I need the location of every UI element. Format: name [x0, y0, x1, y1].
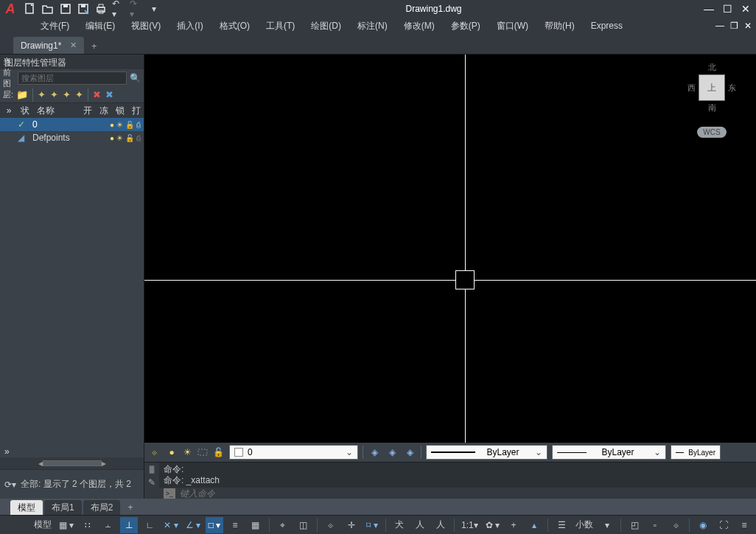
menu-view[interactable]: 视图(V): [131, 20, 161, 32]
menu-window[interactable]: 窗口(W): [497, 20, 528, 32]
layer-row[interactable]: ✓ 0 ● ☀ 🔓 ⎙: [0, 118, 144, 131]
undo-icon[interactable]: ↶ ▾: [112, 2, 125, 15]
status-trans-icon[interactable]: ▦: [247, 517, 265, 533]
bulb-icon[interactable]: ●: [110, 121, 114, 129]
drawing-canvas[interactable]: 北 西 上 东 南 WCS: [144, 55, 756, 443]
status-lwt-icon[interactable]: ≡: [226, 517, 244, 533]
layer-sun-icon[interactable]: ☀: [181, 446, 194, 459]
status-walk2-icon[interactable]: 人: [411, 517, 429, 533]
layer-search-input[interactable]: [18, 71, 127, 85]
status-osnap-icon[interactable]: □ ▾: [206, 517, 223, 533]
bulb-icon[interactable]: ●: [110, 134, 114, 142]
menu-draw[interactable]: 绘图(D): [311, 20, 341, 32]
layer-prev-icon[interactable]: ◈: [403, 446, 416, 459]
layer-tool-icon[interactable]: ✦: [63, 89, 71, 100]
status-target-icon[interactable]: ⌖: [274, 517, 292, 533]
minimize-button[interactable]: —: [704, 3, 714, 15]
viewcube-south[interactable]: 南: [708, 102, 716, 113]
col-state[interactable]: 状: [21, 105, 31, 117]
layout-tab-1[interactable]: 布局1: [44, 500, 82, 515]
status-snap-icon[interactable]: ∷: [79, 517, 97, 533]
viewcube[interactable]: 北 西 上 东 南 WCS: [675, 62, 749, 150]
col-freeze[interactable]: 冻: [99, 105, 110, 117]
footer-icon[interactable]: ⟳▾: [4, 479, 16, 490]
col-name[interactable]: 名称: [37, 105, 77, 117]
col-lock[interactable]: 锁: [116, 105, 126, 117]
new-tab-button[interactable]: +: [85, 39, 102, 54]
status-chev-icon[interactable]: ▾: [598, 517, 616, 533]
cmd-input[interactable]: [180, 488, 752, 499]
sun-icon[interactable]: ☀: [116, 134, 123, 142]
mdi-minimize-button[interactable]: —: [715, 21, 724, 31]
plot-icon[interactable]: ⎙: [136, 134, 141, 142]
status-full-icon[interactable]: ⛶: [715, 517, 732, 533]
status-hw-icon[interactable]: ◉: [694, 517, 712, 533]
status-model[interactable]: 模型: [32, 517, 54, 533]
plot-icon[interactable]: ⎙: [136, 121, 141, 129]
layer-lock-icon[interactable]: 🔓: [211, 446, 225, 459]
sun-icon[interactable]: ☀: [116, 121, 123, 129]
status-dynucs-icon[interactable]: ⌑ ▾: [363, 517, 381, 533]
layer-bulb-icon[interactable]: ●: [165, 446, 178, 459]
cmd-handle[interactable]: ▓ ✎: [144, 463, 159, 499]
layer-match-icon[interactable]: ◈: [385, 446, 399, 459]
layout-tab-model[interactable]: 模型: [10, 500, 43, 515]
open-icon[interactable]: [41, 2, 55, 15]
status-scale[interactable]: 1:1 ▾: [459, 517, 480, 533]
plotstyle-combo[interactable]: ByLayer: [671, 445, 721, 460]
layer-props-icon[interactable]: ⟐: [147, 446, 161, 459]
status-iso-icon[interactable]: ∠ ▾: [183, 517, 203, 533]
linetype-combo[interactable]: ByLayer ⌄: [426, 445, 547, 460]
collapse-icon[interactable]: »: [4, 446, 10, 457]
status-units[interactable]: 小数: [573, 517, 595, 533]
lineweight-combo[interactable]: ByLayer ⌄: [552, 445, 666, 460]
redo-icon[interactable]: ↷ ▾: [130, 2, 143, 15]
menu-format[interactable]: 格式(O): [220, 20, 250, 32]
col-on[interactable]: 开: [83, 105, 94, 117]
new-layout-button[interactable]: +: [122, 500, 139, 515]
lock-icon[interactable]: 🔓: [125, 134, 134, 142]
menu-tools[interactable]: 工具(T): [266, 20, 295, 32]
layer-delete-icon[interactable]: ✖: [105, 89, 113, 100]
folder-icon[interactable]: 📁: [16, 89, 28, 100]
status-iso2-icon[interactable]: ⟐: [667, 517, 685, 533]
status-custom-icon[interactable]: ≡: [735, 517, 753, 533]
cmd-config-icon[interactable]: ✎: [148, 477, 155, 488]
menu-param[interactable]: 参数(P): [451, 20, 480, 32]
menu-express[interactable]: Express: [591, 21, 623, 31]
layer-tool-icon[interactable]: ✦: [75, 89, 83, 100]
layer-delete-icon[interactable]: ✖: [93, 89, 101, 100]
status-ortho-icon[interactable]: ∟: [141, 517, 158, 533]
status-walk3-icon[interactable]: 人: [432, 517, 449, 533]
close-button[interactable]: ✕: [741, 3, 750, 15]
qat-more-icon[interactable]: ▾: [147, 2, 161, 15]
status-gear-icon[interactable]: ✿ ▾: [483, 517, 502, 533]
status-qp-icon[interactable]: ☰: [553, 517, 570, 533]
status-polar-icon[interactable]: ✕ ▾: [161, 517, 180, 533]
menu-help[interactable]: 帮助(H): [545, 20, 575, 32]
wcs-badge[interactable]: WCS: [697, 127, 726, 138]
status-cycle-icon[interactable]: ◫: [295, 517, 312, 533]
tab-close-icon[interactable]: ✕: [70, 41, 77, 50]
status-3d-icon[interactable]: ⟐: [322, 517, 340, 533]
menu-insert[interactable]: 插入(I): [177, 20, 203, 32]
layer-tool-icon[interactable]: ✦: [50, 89, 58, 100]
layer-rect-icon[interactable]: [196, 446, 209, 459]
status-qv-icon[interactable]: ▫: [646, 517, 664, 533]
status-walk-icon[interactable]: 犬: [391, 517, 408, 533]
layer-row[interactable]: ◢ Defpoints ● ☀ 🔓 ⎙: [0, 131, 144, 144]
viewcube-top-face[interactable]: 上: [699, 74, 725, 101]
menu-dimension[interactable]: 标注(N): [357, 20, 388, 32]
status-center-icon[interactable]: ✛: [343, 517, 360, 533]
lock-icon[interactable]: 🔓: [125, 121, 134, 129]
layer-combo[interactable]: 0 ⌄: [229, 445, 358, 460]
layout-tab-2[interactable]: 布局2: [83, 500, 121, 515]
search-icon[interactable]: 🔍: [130, 73, 141, 83]
saveas-icon[interactable]: [77, 2, 90, 15]
save-icon[interactable]: [59, 2, 72, 15]
menu-edit[interactable]: 编辑(E): [85, 20, 115, 32]
viewcube-north[interactable]: 北: [708, 62, 716, 73]
layer-iso-icon[interactable]: ◈: [368, 446, 381, 459]
mdi-close-button[interactable]: ✕: [744, 21, 752, 31]
status-sel-icon[interactable]: ◰: [626, 517, 643, 533]
